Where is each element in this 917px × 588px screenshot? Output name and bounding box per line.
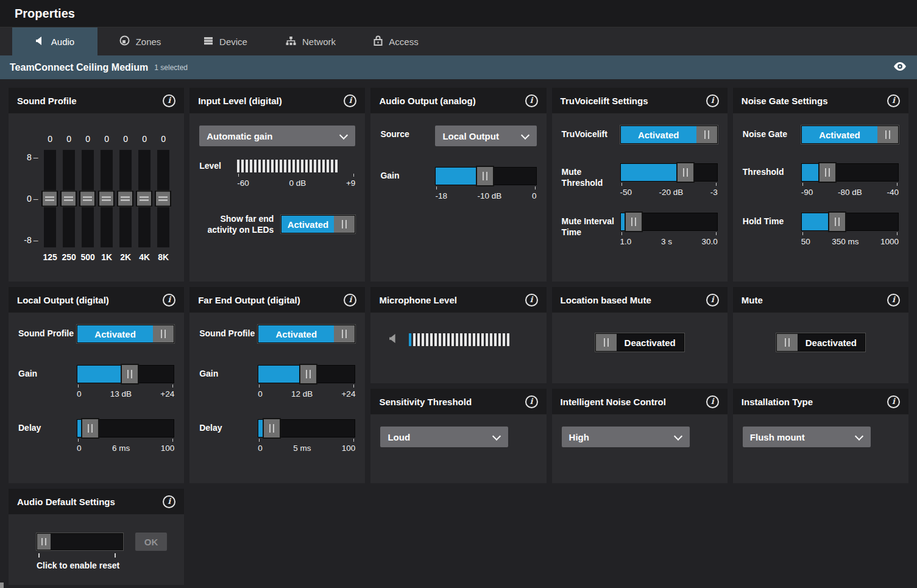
gain-mode-dropdown[interactable]: Automatic gain <box>199 126 355 146</box>
gain-scale: 0 13 dB +24 <box>77 389 174 398</box>
eq-y-axis: 8 0 -8 <box>20 150 41 247</box>
card-title: Audio Output (analog) <box>379 96 475 106</box>
delay-slider[interactable] <box>258 419 355 437</box>
eq-slider-handle[interactable] <box>79 191 96 207</box>
eye-icon[interactable] <box>893 62 907 74</box>
delay-scale: 0 5 ms 100 <box>258 444 355 453</box>
source-dropdown[interactable]: Local Output <box>435 126 536 146</box>
far-end-leds-label: Show far end activity on LEDs <box>199 213 281 235</box>
tab-device[interactable]: Device <box>183 27 268 55</box>
hold-time-slider[interactable] <box>801 213 899 231</box>
threshold-slider[interactable] <box>801 163 899 182</box>
reset-enable-slider[interactable] <box>37 533 123 550</box>
info-icon[interactable] <box>706 395 719 408</box>
gain-label: Gain <box>380 167 435 182</box>
mute-threshold-slider[interactable] <box>620 163 718 182</box>
delay-slider[interactable] <box>77 419 174 437</box>
tab-zones[interactable]: Zones <box>97 27 183 55</box>
toggle-handle <box>334 325 355 342</box>
slider-handle[interactable] <box>263 418 281 439</box>
info-icon[interactable] <box>344 294 356 306</box>
card-audio-default: Audio Default Settings OK Click to enabl… <box>9 489 184 585</box>
input-level-meter <box>237 160 355 172</box>
tab-network[interactable]: Network <box>268 27 353 55</box>
info-icon[interactable] <box>887 294 900 306</box>
eq-slider-handle[interactable] <box>136 191 152 207</box>
card-title: Noise Gate Settings <box>742 96 828 106</box>
slider-handle[interactable] <box>676 162 695 183</box>
card-title: Location based Mute <box>561 295 651 305</box>
sound-profile-toggle[interactable]: Activated <box>258 325 355 343</box>
sound-profile-toggle[interactable]: Activated <box>77 325 174 343</box>
truvoicelift-label: TruVoicelift <box>562 126 620 140</box>
info-icon[interactable] <box>887 395 900 408</box>
mute-toggle[interactable]: Deactivated <box>776 333 865 352</box>
card-far-end-output: Far End Output (digital) Sound Profile A… <box>189 287 365 483</box>
toggle-handle <box>153 325 174 342</box>
lock-icon <box>374 35 383 48</box>
card-title: Audio Default Settings <box>17 497 115 507</box>
slider-handle[interactable] <box>299 364 317 384</box>
source-label: Source <box>380 126 435 140</box>
eq-band-500: 0 500 <box>79 134 97 262</box>
reset-hint: Click to enable reset <box>37 561 174 570</box>
info-icon[interactable] <box>163 94 175 107</box>
tab-label: Access <box>389 37 418 47</box>
window-titlebar: Properties <box>0 0 917 27</box>
scrollbar-fragment[interactable] <box>0 583 4 588</box>
location-mute-toggle[interactable]: Deactivated <box>595 333 684 352</box>
mute-interval-label: Mute Interval Time <box>562 213 620 238</box>
truvoicelift-toggle[interactable]: Activated <box>620 126 718 144</box>
eq-slider-handle[interactable] <box>41 191 58 207</box>
eq-band-8k: 0 8K <box>154 134 173 262</box>
delay-label: Delay <box>18 419 77 434</box>
eq-band-2k: 0 2K <box>116 134 135 262</box>
threshold-label: Threshold <box>743 163 801 178</box>
delay-label: Delay <box>199 419 258 434</box>
tab-access[interactable]: Access <box>353 27 439 55</box>
noise-gate-toggle[interactable]: Activated <box>801 126 899 144</box>
eq-slider-handle[interactable] <box>98 191 115 207</box>
info-icon[interactable] <box>706 294 719 306</box>
info-icon[interactable] <box>887 94 900 107</box>
info-icon[interactable] <box>163 294 175 306</box>
level-label: Level <box>199 160 237 172</box>
noise-control-dropdown[interactable]: High <box>562 427 690 447</box>
slider-handle[interactable] <box>81 418 99 439</box>
slider-handle[interactable] <box>476 166 494 186</box>
far-end-leds-toggle[interactable]: Activated <box>281 215 355 233</box>
eq-slider-handle[interactable] <box>117 191 133 207</box>
mute-interval-slider[interactable] <box>620 213 718 231</box>
network-icon <box>286 36 296 48</box>
info-icon[interactable] <box>525 294 538 306</box>
gain-slider[interactable] <box>258 365 355 383</box>
eq-slider-handle[interactable] <box>60 191 77 207</box>
info-icon[interactable] <box>525 395 538 408</box>
tab-audio[interactable]: Audio <box>12 27 97 55</box>
eq-band-1k: 0 1K <box>97 134 116 262</box>
gain-slider[interactable] <box>77 365 174 383</box>
slider-handle[interactable] <box>828 211 846 232</box>
card-title: Sound Profile <box>17 96 77 106</box>
gain-slider[interactable] <box>435 167 536 185</box>
card-intelligent-noise-control: Intelligent Noise Control High <box>552 389 728 483</box>
toggle-handle <box>696 126 717 143</box>
toggle-handle <box>777 334 798 351</box>
eq-slider-handle[interactable] <box>155 191 171 207</box>
card-audio-output: Audio Output (analog) Source Local Outpu… <box>370 88 546 282</box>
info-icon[interactable] <box>706 94 719 107</box>
ok-button[interactable]: OK <box>135 533 167 551</box>
sensitivity-dropdown[interactable]: Loud <box>380 427 508 447</box>
slider-handle[interactable] <box>37 534 51 550</box>
info-icon[interactable] <box>163 495 175 508</box>
slider-handle[interactable] <box>625 211 643 232</box>
card-title: TruVoicelift Settings <box>561 96 648 106</box>
slider-handle[interactable] <box>121 364 139 384</box>
info-icon[interactable] <box>344 94 356 107</box>
installation-dropdown[interactable]: Flush mount <box>743 427 871 447</box>
slider-handle[interactable] <box>818 162 837 183</box>
info-icon[interactable] <box>525 94 538 107</box>
tab-label: Device <box>219 37 247 47</box>
gain-scale: 0 12 dB +24 <box>258 389 355 398</box>
card-truvoicelift: TruVoicelift Settings TruVoicelift Activ… <box>552 88 728 282</box>
